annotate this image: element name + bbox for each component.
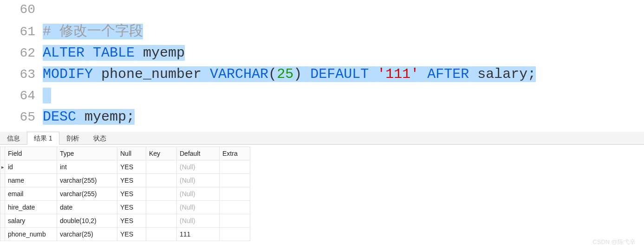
tab-结果 1[interactable]: 结果 1 bbox=[27, 132, 59, 145]
cell[interactable]: YES bbox=[117, 174, 146, 187]
cell[interactable]: (Null) bbox=[177, 214, 220, 228]
column-header[interactable]: Type bbox=[57, 147, 117, 160]
token: ALTER bbox=[43, 45, 85, 61]
null-value: (Null) bbox=[180, 177, 195, 184]
code-content[interactable]: # 修改一个字段 bbox=[43, 21, 644, 42]
cell[interactable]: varchar(255) bbox=[57, 187, 117, 201]
null-value: (Null) bbox=[180, 204, 195, 211]
line-number: 61 bbox=[0, 22, 43, 42]
cell[interactable]: YES bbox=[117, 160, 146, 174]
tab-状态[interactable]: 状态 bbox=[86, 132, 113, 144]
code-line[interactable]: 62ALTER TABLE myemp bbox=[0, 43, 644, 64]
tab-信息[interactable]: 信息 bbox=[0, 132, 27, 144]
table-row[interactable]: namevarchar(255)YES(Null) bbox=[0, 174, 250, 187]
cell[interactable] bbox=[146, 228, 177, 241]
table-row[interactable]: phone_numbvarchar(25)YES111 bbox=[0, 228, 250, 241]
token: ; bbox=[126, 109, 135, 125]
cell[interactable] bbox=[220, 174, 250, 187]
cell[interactable]: double(10,2) bbox=[57, 214, 117, 228]
column-header[interactable]: Key bbox=[146, 147, 177, 160]
cell[interactable]: int bbox=[57, 160, 117, 174]
code-line[interactable]: 64 bbox=[0, 85, 644, 107]
table-row[interactable]: ▸idintYES(Null) bbox=[0, 160, 250, 174]
token: phone_number bbox=[93, 66, 210, 82]
cell[interactable]: varchar(255) bbox=[57, 174, 117, 187]
cell[interactable] bbox=[220, 160, 250, 174]
cell[interactable] bbox=[146, 214, 177, 228]
token: DEFAULT bbox=[310, 66, 369, 82]
cell[interactable]: (Null) bbox=[177, 201, 220, 214]
code-line[interactable]: 63MODIFY phone_number VARCHAR(25) DEFAUL… bbox=[0, 64, 644, 85]
token: 25 bbox=[277, 66, 293, 82]
cell[interactable]: email bbox=[5, 187, 57, 201]
code-content[interactable] bbox=[43, 85, 644, 106]
cell[interactable]: YES bbox=[117, 201, 146, 214]
null-value: (Null) bbox=[180, 217, 195, 224]
cell[interactable] bbox=[220, 201, 250, 214]
cell[interactable]: YES bbox=[117, 228, 146, 241]
code-line[interactable]: 61# 修改一个字段 bbox=[0, 21, 644, 43]
row-indicator bbox=[0, 228, 5, 241]
result-grid[interactable]: FieldTypeNullKeyDefaultExtra▸idintYES(Nu… bbox=[0, 147, 250, 241]
sql-editor[interactable]: 6061# 修改一个字段62ALTER TABLE myemp63MODIFY … bbox=[0, 0, 644, 132]
row-indicator bbox=[0, 174, 5, 187]
cell[interactable] bbox=[146, 160, 177, 174]
code-content[interactable]: MODIFY phone_number VARCHAR(25) DEFAULT … bbox=[43, 64, 644, 85]
row-indicator bbox=[0, 214, 5, 228]
code-line[interactable]: 65DESC myemp; bbox=[0, 107, 644, 128]
cell[interactable] bbox=[220, 214, 250, 228]
cell[interactable]: id bbox=[5, 160, 57, 174]
token bbox=[85, 45, 93, 61]
token: # 修改一个字段 bbox=[43, 24, 143, 39]
cell[interactable]: (Null) bbox=[177, 174, 220, 187]
token: myemp bbox=[135, 45, 185, 61]
cell[interactable]: 111 bbox=[177, 228, 220, 241]
token: VARCHAR bbox=[210, 66, 268, 82]
cell[interactable]: (Null) bbox=[177, 160, 220, 174]
row-indicator-header bbox=[0, 147, 5, 160]
token: ) bbox=[293, 66, 302, 82]
token bbox=[419, 66, 427, 82]
cell[interactable] bbox=[220, 187, 250, 201]
line-number: 63 bbox=[0, 65, 43, 84]
token: ( bbox=[268, 66, 277, 82]
cell[interactable]: YES bbox=[117, 214, 146, 228]
cell[interactable]: phone_numb bbox=[5, 228, 57, 241]
cell[interactable] bbox=[146, 174, 177, 187]
cell[interactable]: YES bbox=[117, 187, 146, 201]
cell[interactable]: hire_date bbox=[5, 201, 57, 214]
cell[interactable]: date bbox=[57, 201, 117, 214]
token: AFTER bbox=[427, 66, 469, 82]
cell[interactable]: varchar(25) bbox=[57, 228, 117, 241]
row-indicator bbox=[0, 201, 5, 214]
token bbox=[43, 88, 51, 103]
table-row[interactable]: salarydouble(10,2)YES(Null) bbox=[0, 214, 250, 228]
tab-剖析[interactable]: 剖析 bbox=[59, 132, 86, 144]
table-row[interactable]: emailvarchar(255)YES(Null) bbox=[0, 187, 250, 201]
cell[interactable] bbox=[146, 187, 177, 201]
code-line[interactable]: 60 bbox=[0, 0, 644, 21]
null-value: (Null) bbox=[180, 190, 195, 198]
token bbox=[302, 66, 310, 82]
watermark: CSDN @陈弋辛 bbox=[592, 238, 636, 241]
null-value: (Null) bbox=[180, 163, 195, 171]
code-content[interactable]: DESC myemp; bbox=[43, 107, 644, 128]
cell[interactable]: name bbox=[5, 174, 57, 187]
token: ; bbox=[527, 66, 536, 82]
token: myemp bbox=[76, 109, 126, 125]
cell[interactable]: salary bbox=[5, 214, 57, 228]
column-header[interactable]: Null bbox=[117, 147, 146, 160]
code-content[interactable]: ALTER TABLE myemp bbox=[43, 43, 644, 64]
line-number: 62 bbox=[0, 44, 43, 63]
table-row[interactable]: hire_datedateYES(Null) bbox=[0, 201, 250, 214]
cell[interactable] bbox=[146, 201, 177, 214]
token: TABLE bbox=[93, 45, 135, 61]
row-indicator: ▸ bbox=[0, 160, 5, 174]
row-indicator bbox=[0, 187, 5, 201]
token bbox=[369, 66, 377, 82]
column-header[interactable]: Default bbox=[177, 147, 220, 160]
column-header[interactable]: Field bbox=[5, 147, 57, 160]
column-header[interactable]: Extra bbox=[220, 147, 250, 160]
cell[interactable]: (Null) bbox=[177, 187, 220, 201]
cell[interactable] bbox=[220, 228, 250, 241]
